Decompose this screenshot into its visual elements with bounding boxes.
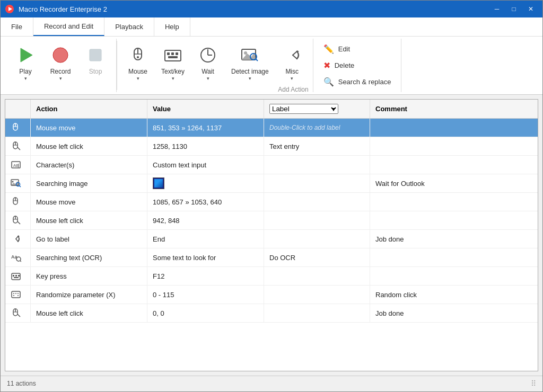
svg-rect-54	[13, 275, 14, 277]
stop-icon	[84, 43, 107, 67]
edit-button[interactable]: ✏️ Edit	[320, 42, 395, 56]
table-row[interactable]: AaSearching text (OCR)Some text to look …	[5, 248, 538, 267]
stop-button[interactable]: Stop	[79, 41, 112, 78]
wait-icon	[196, 43, 220, 67]
row-comment	[370, 211, 538, 229]
textkey-button[interactable]: Text/key ▾	[156, 41, 189, 84]
record-button[interactable]: Record ▾	[44, 41, 77, 84]
col-action: Action	[31, 100, 147, 118]
row-value: End	[147, 230, 264, 248]
svg-point-8	[137, 56, 139, 58]
svg-point-36	[12, 181, 14, 183]
play-button[interactable]: Play ▾	[9, 41, 42, 84]
table-row[interactable]: Mouse left click942, 848	[5, 211, 538, 230]
row-label[interactable]	[264, 211, 370, 229]
row-label[interactable]: Text entry	[264, 137, 370, 155]
wait-label: Wait	[202, 68, 214, 75]
maximize-button[interactable]: □	[506, 3, 521, 15]
row-action: Mouse left click	[31, 137, 147, 155]
svg-rect-12	[176, 52, 178, 55]
row-icon-cell	[5, 267, 31, 285]
detectimage-button[interactable]: Detect image ▾	[226, 41, 274, 84]
row-comment	[370, 193, 538, 211]
table-row[interactable]: Go to labelEndJob done	[5, 230, 538, 248]
title-bar: Macro Recorder Enterprise 2 ─ □ ✕	[1, 1, 542, 17]
row-value: 0 - 115	[147, 286, 264, 304]
svg-rect-10	[167, 52, 170, 55]
ribbon: Play ▾ Record ▾ Stop	[1, 37, 542, 95]
close-button[interactable]: ✕	[523, 3, 538, 15]
row-value: F12	[147, 267, 264, 285]
svg-rect-55	[15, 275, 17, 277]
row-value: Custom text input	[147, 156, 264, 174]
actions-count: 11 actions	[7, 380, 36, 387]
label-placeholder: Double-Click to add label	[269, 124, 340, 131]
row-icon-cell	[5, 119, 31, 137]
detectimage-icon	[238, 43, 261, 67]
table-row[interactable]: ABCharacter(s)Custom text input	[5, 156, 538, 174]
menu-help[interactable]: Help	[154, 17, 190, 36]
row-icon-cell	[5, 304, 31, 322]
mouse-label: Mouse	[128, 68, 147, 75]
table-row[interactable]: Mouse move851, 353 » 1264, 1137Double-Cl…	[5, 119, 538, 137]
table-row[interactable]: Randomize parameter (X)0 - 115Random cli…	[5, 286, 538, 304]
main-content: Action Value Label Comment Mouse move851…	[5, 99, 538, 371]
row-label[interactable]: Double-Click to add label	[264, 119, 370, 137]
table-header: Action Value Label Comment	[5, 100, 538, 119]
table-row[interactable]: Mouse left click1258, 1130Text entry	[5, 137, 538, 156]
row-label[interactable]: Do OCR	[264, 248, 370, 266]
row-value: 942, 848	[147, 211, 264, 229]
window-title: Macro Recorder Enterprise 2	[19, 5, 107, 13]
row-label[interactable]	[264, 304, 370, 322]
misc-label: Misc	[285, 68, 299, 75]
svg-line-22	[293, 51, 297, 55]
row-action: Searching text (OCR)	[31, 248, 147, 266]
record-icon	[49, 43, 72, 67]
row-icon-cell	[5, 211, 31, 229]
edit-label: Edit	[338, 45, 350, 53]
row-label[interactable]	[264, 286, 370, 304]
delete-label: Delete	[335, 61, 355, 69]
wait-button[interactable]: Wait ▾	[191, 41, 224, 84]
row-icon-cell	[5, 174, 31, 192]
svg-line-31	[17, 147, 20, 150]
menu-playback[interactable]: Playback	[104, 17, 154, 36]
delete-button[interactable]: ✖ Delete	[320, 58, 395, 73]
search-replace-button[interactable]: 🔍 Search & replace	[320, 75, 395, 89]
row-comment: Job done	[370, 304, 538, 322]
svg-point-59	[13, 293, 14, 294]
col-icon	[5, 100, 31, 118]
status-bar: 11 actions ⠿	[1, 376, 542, 390]
row-action: Go to label	[31, 230, 147, 248]
row-icon-cell: AB	[5, 156, 31, 174]
row-action: Mouse move	[31, 193, 147, 211]
row-label[interactable]	[264, 230, 370, 248]
svg-point-60	[15, 293, 16, 294]
svg-point-61	[17, 293, 19, 294]
row-action: Mouse left click	[31, 304, 147, 322]
menu-record-edit[interactable]: Record and Edit	[33, 17, 104, 36]
minimize-button[interactable]: ─	[489, 3, 504, 15]
row-label[interactable]	[264, 267, 370, 285]
row-comment: Random click	[370, 286, 538, 304]
row-label[interactable]	[264, 156, 370, 174]
svg-rect-57	[14, 277, 19, 278]
misc-button[interactable]: Misc ▾	[276, 41, 309, 84]
row-icon-cell: Aa	[5, 248, 31, 266]
table-row[interactable]: Mouse move1085, 657 » 1053, 640	[5, 193, 538, 211]
svg-line-47	[16, 236, 18, 239]
row-comment	[370, 156, 538, 174]
row-label[interactable]	[264, 193, 370, 211]
label-dropdown[interactable]: Label	[269, 104, 338, 114]
table-row[interactable]: Mouse left click0, 0Job done	[5, 304, 538, 323]
table-row[interactable]: Key pressF12	[5, 267, 538, 286]
svg-point-3	[53, 48, 68, 63]
col-label: Label	[264, 100, 370, 118]
mouse-button[interactable]: Mouse ▾	[121, 41, 154, 84]
menu-file[interactable]: File	[1, 17, 33, 36]
row-label[interactable]	[264, 174, 370, 192]
table-row[interactable]: Searching imageWait for Outlook	[5, 174, 538, 193]
row-value: 1085, 657 » 1053, 640	[147, 193, 264, 211]
svg-rect-4	[90, 49, 101, 61]
svg-line-67	[17, 314, 20, 317]
